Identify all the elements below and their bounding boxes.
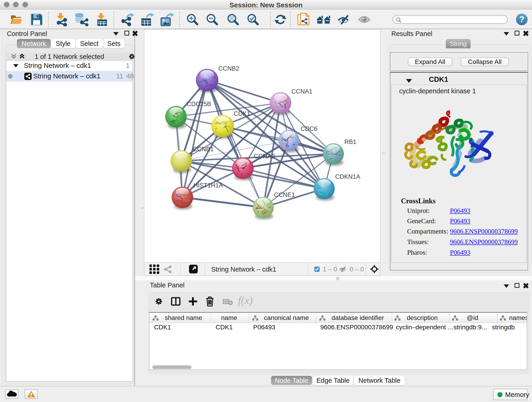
svg-text:CCNA1: CCNA1 (291, 88, 312, 95)
svg-text:CDC6: CDC6 (301, 125, 317, 132)
svg-text:RB1: RB1 (344, 138, 356, 145)
svg-text:CCNB1: CCNB1 (193, 146, 214, 153)
svg-text:CCNE1: CCNE1 (274, 191, 295, 198)
svg-text:CCNA2: CCNA2 (254, 153, 275, 160)
svg-text:CDC25B: CDC25B (187, 101, 211, 108)
svg-text:CDKN1A: CDKN1A (335, 173, 360, 180)
svg-text:CDK1: CDK1 (234, 110, 250, 117)
svg-text:CCNB2: CCNB2 (218, 65, 239, 72)
svg-text:HIST1H1A: HIST1H1A (193, 182, 223, 189)
